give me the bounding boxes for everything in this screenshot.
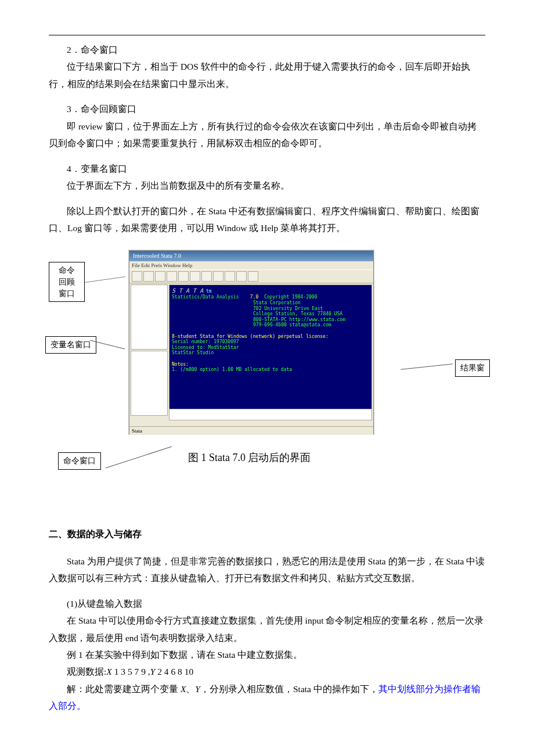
section-2-body: 位于结果窗口下方，相当于 DOS 软件中的命令行，此处用于键入需要执行的命令，回…	[49, 58, 485, 92]
obs-prefix: 观测数据:	[67, 667, 106, 676]
stata-addr3: 800-STATA-PC http://www.stata.com	[253, 317, 345, 322]
spacer	[49, 152, 485, 160]
section-3-label: 3．命令回顾窗口	[49, 100, 485, 117]
toolbar-btn-icon	[143, 271, 154, 282]
pointer-cmd	[106, 447, 172, 469]
stata-sub: Statistics/Data Analysis	[172, 294, 239, 300]
section-4-body: 位于界面左下方，列出当前数据及中的所有变量名称。	[49, 177, 485, 194]
status-bar: Stata	[129, 426, 373, 435]
stata-note1: 1. (/m800 option) 1.00 MB allocated to d…	[172, 367, 369, 373]
sol-x: X	[181, 684, 186, 694]
toolbar-btn-icon	[178, 271, 189, 282]
section-2-label: 2．命令窗口	[49, 41, 485, 58]
observation-data: 观测数据:X 1 3 5 7 9 ,Y 2 4 6 8 10	[49, 663, 485, 680]
stata-body: S T A T A tm Statistics/Data Analysis 7.…	[129, 283, 373, 435]
stata-addr2: College Station, Texas 77840 USA	[253, 311, 342, 316]
sol-prefix: 解：此处需要建立两个变量	[67, 684, 181, 694]
callout-result-window: 结果窗	[455, 359, 490, 377]
spacer	[49, 92, 485, 100]
section-4-label: 4．变量名窗口	[49, 160, 485, 177]
top-rule	[49, 35, 485, 35]
toolbar-btn-icon	[248, 271, 258, 282]
results-pane: S T A T A tm Statistics/Data Analysis 7.…	[169, 285, 372, 412]
toolbar-btn-icon	[155, 271, 165, 282]
callout-variable-window: 变量名窗口	[45, 336, 96, 354]
toolbar-btn-icon	[225, 271, 235, 282]
pointer-review	[85, 277, 125, 283]
obs-y-vals: 2 4 6 8 10	[155, 667, 193, 676]
stata-note: Notes:	[172, 362, 369, 368]
stata-ver: 7.0	[250, 294, 258, 300]
spacer	[49, 195, 485, 203]
toolbar-btn-icon	[167, 271, 177, 282]
stata-lic2: Serial number: 197030097	[172, 339, 369, 345]
window-toolbar	[129, 269, 373, 283]
sol-mid2: ，分别录入相应数值，Stata 中的操作如下，	[200, 684, 378, 694]
keyboard-input-label: (1)从键盘输入数据	[49, 595, 485, 612]
obs-x-vals: 1 3 5 7 9	[112, 667, 148, 676]
sol-mid1: 、	[186, 684, 195, 694]
obs-x-var: X	[106, 667, 111, 676]
figure-caption: 图 1 Stata 7.0 启动后的界面	[188, 448, 311, 467]
sol-y: Y	[195, 684, 200, 694]
stata-addr4: 979-696-4600 stata@stata.com	[253, 322, 331, 327]
callout-review-window: 命令 回顾 窗口	[49, 262, 85, 302]
solution-line: 解：此处需要建立两个变量 X、Y，分别录入相应数值，Stata 中的操作如下，其…	[49, 681, 485, 715]
pointer-result	[400, 364, 453, 370]
stata-logo-text: S T A T A	[172, 287, 203, 294]
toolbar-btn-icon	[190, 271, 200, 282]
stata-lic4: StatStar Studio	[172, 350, 369, 356]
figure-1: 命令 回顾 窗口 变量名窗口 结果窗 命令窗口 Intercooled Stat…	[49, 250, 490, 483]
toolbar-btn-icon	[236, 271, 247, 282]
window-titlebar: Intercooled Stata 7.0	[129, 251, 373, 261]
heading-section-2: 二、数据的录入与储存	[49, 525, 485, 543]
example-1-label: 例 1 在某实验中得到如下数据，请在 Stata 中建立数据集。	[49, 646, 485, 663]
section-3-body: 即 review 窗口，位于界面左上方，所有执行过的命令会依次在该窗口中列出，单…	[49, 118, 485, 152]
review-pane	[131, 285, 168, 350]
toolbar-btn-icon	[201, 271, 212, 282]
toolbar-btn-icon	[132, 271, 142, 282]
callout-command-window: 命令窗口	[58, 452, 101, 470]
stata-lic1: 8-student Stata for Windows (network) pe…	[172, 334, 369, 340]
window-menubar: File Edit Prefs Window Help	[129, 261, 373, 269]
keyboard-input-body: 在 Stata 中可以使用命令行方式直接建立数据集，首先使用 input 命令制…	[49, 612, 485, 646]
stata-screenshot: Intercooled Stata 7.0 File Edit Prefs Wi…	[129, 250, 374, 434]
section-extra-body: 除以上四个默认打开的窗口外，在 Stata 中还有数据编辑窗口、程序文件编辑窗口…	[49, 203, 485, 237]
command-pane	[169, 409, 372, 420]
obs-y-var: Y	[150, 667, 156, 676]
toolbar-btn-icon	[213, 271, 223, 282]
stata-copy1: Copyright 1984-2000	[264, 294, 317, 300]
stata-lic3: Licensed to: MedStatStar	[172, 345, 369, 351]
variables-pane	[131, 351, 168, 416]
stata-copy2: Stata Corporation	[253, 300, 301, 305]
spacer	[49, 587, 485, 595]
intro-paragraph: Stata 为用户提供了简捷，但是非常完善的数据接口，熟悉它的用法是使用 Sta…	[49, 553, 485, 587]
stata-addr1: 702 University Drive East	[253, 306, 323, 311]
spacer	[49, 494, 485, 512]
